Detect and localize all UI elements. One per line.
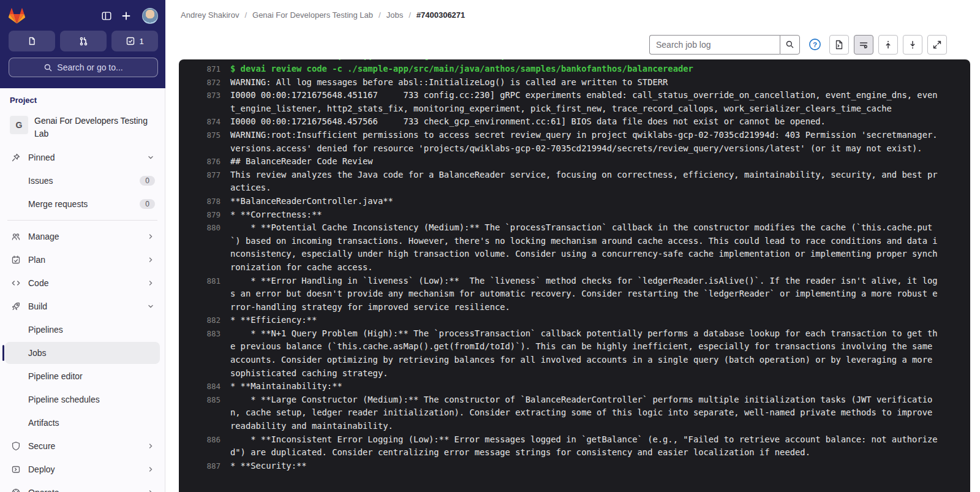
sidebar-item-jobs[interactable]: Jobs [5,342,160,364]
sidebar-item-label: Pipelines [28,325,155,335]
super-sidebar: 1 Search or go to... Project G Genai For… [0,0,165,492]
sidebar-item-manage[interactable]: Manage [5,225,160,248]
user-avatar[interactable] [142,8,158,24]
sidebar-item-secure[interactable]: Secure [5,435,160,457]
merge-requests-shortcut-button[interactable] [60,31,107,51]
sidebar-item-label: Build [28,301,146,311]
scroll-to-bottom-button[interactable] [903,35,922,55]
issues-count-badge: 0 [140,176,155,186]
shield-icon [11,441,21,451]
fullscreen-button[interactable] [927,35,947,55]
line-number[interactable]: 874 [186,115,221,129]
show-raw-log-button[interactable] [829,35,849,55]
sidebar-item-label: Artifacts [28,418,155,428]
sidebar-item-merge-requests[interactable]: Merge requests 0 [5,193,160,215]
gitlab-logo-icon[interactable] [9,8,25,24]
sidebar-toggle-icon [101,10,112,21]
chevron-right-icon [146,465,155,474]
search-label: Search or go to... [57,62,123,72]
wrap-lines-icon [859,40,869,50]
project-name: Genai For Developers Testing Lab [34,115,155,140]
search-icon [43,63,53,72]
breadcrumb-user-link[interactable]: Andrey Shakirov [181,10,239,20]
line-number[interactable]: 878 [186,195,221,208]
scroll-up-icon [883,40,893,50]
line-number[interactable]: 887 [186,460,221,473]
search-job-log-input[interactable] [649,35,780,55]
line-number[interactable]: 876 [186,155,221,168]
operate-icon [11,488,21,492]
fullscreen-icon [932,40,942,50]
code-icon [11,278,21,288]
sidebar-item-label: Pinned [28,153,146,162]
line-number[interactable]: 883 [186,327,221,380]
line-number[interactable]: 886 [186,433,221,460]
line-number[interactable]: 885 [186,393,221,433]
sidebar-item-label: Pipeline editor [28,371,155,381]
chevron-right-icon [146,232,155,241]
breadcrumb: Andrey Shakirov / Genai For Developers T… [165,0,980,29]
search-or-go-to-input[interactable]: Search or go to... [9,58,158,77]
sidebar-item-pinned[interactable]: Pinned [5,146,160,168]
log-line: 873I0000 00:00:1721675648.451167 733 con… [186,89,940,115]
pin-icon [11,153,21,162]
sidebar-item-label: Pipeline schedules [28,395,155,404]
search-submit-button[interactable] [780,35,800,55]
log-line: 883 * **N+1 Query Problem (High):** The … [186,327,940,380]
line-number[interactable]: 879 [186,208,221,222]
sidebar-divider [7,220,157,221]
sidebar-item-operate[interactable]: Operate [5,482,160,492]
sidebar-item-plan[interactable]: Plan [5,249,160,271]
sidebar-item-pipeline-schedules[interactable]: Pipeline schedules [5,388,160,411]
line-number[interactable]: 882 [186,314,221,327]
sidebar-item-label: Deploy [28,464,146,474]
sidebar-item-code[interactable]: Code [5,272,160,294]
sidebar-item-pipelines[interactable]: Pipelines [5,319,160,341]
chevron-down-icon [146,302,155,311]
todos-shortcut-button[interactable]: 1 [111,31,158,51]
svg-text:?: ? [812,41,816,48]
issues-icon [27,36,37,46]
log-line: 884* **Maintainability:** [186,380,940,393]
sidebar-item-deploy[interactable]: Deploy [5,458,160,480]
merge-request-icon [78,36,89,47]
scroll-down-icon [908,40,918,50]
line-number[interactable]: 872 [186,76,221,89]
line-number[interactable]: 881 [186,274,221,314]
chevron-right-icon [146,279,155,287]
create-new-button[interactable] [116,6,136,26]
todo-count: 1 [139,37,143,46]
sidebar-section-label: Project [5,92,160,111]
issues-shortcut-button[interactable] [9,31,55,51]
line-number[interactable]: 873 [186,89,221,115]
line-number[interactable]: 871 [186,62,221,76]
users-icon [11,232,21,241]
collapse-sidebar-button[interactable] [97,6,116,26]
search-icon [785,40,794,49]
line-number[interactable]: 884 [186,380,221,393]
line-number[interactable]: 877 [186,168,221,195]
chevron-right-icon [146,255,155,264]
line-number[interactable]: 875 [186,129,221,155]
chevron-right-icon [146,442,155,450]
deploy-icon [11,464,21,474]
sidebar-item-issues[interactable]: Issues 0 [5,170,160,192]
search-help-button[interactable]: ? [807,37,822,52]
line-number[interactable]: 880 [186,221,221,274]
chevron-down-icon [146,153,155,162]
job-log-toolbar: ? [165,29,980,59]
sidebar-item-artifacts[interactable]: Artifacts [5,412,160,434]
log-line: 871$ devai review code -c ./sample-app/s… [186,62,940,76]
merge-requests-count-badge: 0 [140,199,155,209]
breadcrumb-jobs-link[interactable]: Jobs [386,10,403,20]
sidebar-item-build[interactable]: Build [5,295,160,317]
sidebar-project-link[interactable]: G Genai For Developers Testing Lab [5,111,160,146]
sidebar-item-pipeline-editor[interactable]: Pipeline editor [5,365,160,387]
sidebar-item-label: Jobs [28,348,155,358]
calendar-icon [11,255,21,265]
scroll-to-top-button[interactable] [878,35,898,55]
log-line: 874I0000 00:00:1721675648.457566 733 che… [186,115,940,129]
wrap-lines-button[interactable] [854,35,873,55]
breadcrumb-project-link[interactable]: Genai For Developers Testing Lab [252,10,373,20]
job-log-viewer[interactable]: $ devai review code -c ./sample-app/src/… [179,59,970,492]
